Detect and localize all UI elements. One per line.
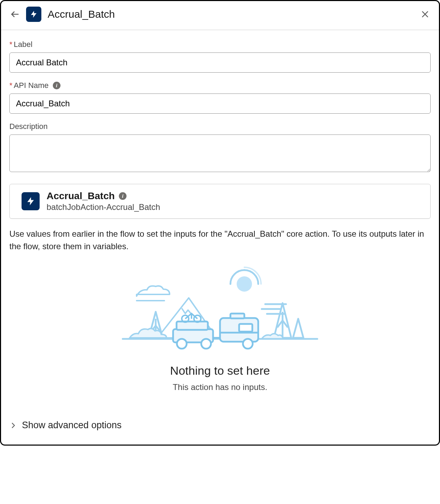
action-card-subtitle: batchJobAction-Accrual_Batch bbox=[47, 202, 160, 212]
label-field-label: * Label bbox=[9, 40, 431, 49]
api-name-input[interactable] bbox=[9, 94, 431, 114]
action-card-icon bbox=[22, 192, 40, 210]
required-asterisk: * bbox=[9, 81, 13, 90]
dialog-window: Accrual_Batch * Label * API Name i bbox=[0, 0, 440, 446]
advanced-options-label: Show advanced options bbox=[22, 420, 122, 431]
empty-illustration-icon bbox=[116, 263, 324, 357]
action-card-title: Accrual_Batch bbox=[47, 190, 115, 202]
svg-point-15 bbox=[201, 339, 211, 349]
dialog-header: Accrual_Batch bbox=[1, 1, 439, 30]
close-icon bbox=[421, 10, 430, 19]
svg-rect-13 bbox=[177, 322, 208, 330]
action-icon-badge bbox=[26, 7, 41, 22]
label-text: Label bbox=[14, 40, 33, 49]
back-button[interactable] bbox=[9, 8, 21, 21]
helper-text: Use values from earlier in the flow to s… bbox=[9, 228, 431, 253]
description-field: Description bbox=[9, 122, 431, 173]
chevron-right-icon bbox=[9, 422, 17, 429]
dialog-body: * Label * API Name i Description bbox=[1, 30, 439, 445]
empty-state-title: Nothing to set here bbox=[9, 364, 431, 377]
empty-state-subtitle: This action has no inputs. bbox=[9, 382, 431, 392]
svg-rect-20 bbox=[239, 324, 252, 332]
dialog-title: Accrual_Batch bbox=[48, 8, 419, 20]
arrow-left-icon bbox=[10, 9, 20, 19]
description-field-label: Description bbox=[9, 122, 431, 131]
svg-rect-19 bbox=[230, 314, 244, 318]
description-text: Description bbox=[9, 122, 48, 131]
api-name-field: * API Name i bbox=[9, 81, 431, 114]
advanced-options-toggle[interactable]: Show advanced options bbox=[9, 420, 431, 431]
api-name-text: API Name bbox=[14, 81, 49, 90]
label-input[interactable] bbox=[9, 52, 431, 73]
required-asterisk: * bbox=[9, 40, 13, 49]
svg-point-3 bbox=[237, 276, 252, 292]
svg-point-23 bbox=[243, 339, 253, 349]
lightning-icon bbox=[26, 196, 35, 206]
info-icon[interactable]: i bbox=[119, 192, 127, 200]
svg-point-14 bbox=[177, 339, 187, 349]
action-card: Accrual_Batch i batchJobAction-Accrual_B… bbox=[9, 184, 431, 219]
lightning-icon bbox=[30, 10, 38, 18]
label-field: * Label bbox=[9, 40, 431, 73]
api-name-field-label: * API Name i bbox=[9, 81, 431, 90]
close-button[interactable] bbox=[419, 8, 431, 21]
empty-state: Nothing to set here This action has no i… bbox=[9, 263, 431, 392]
action-card-text: Accrual_Batch i batchJobAction-Accrual_B… bbox=[47, 190, 160, 212]
info-icon[interactable]: i bbox=[53, 82, 60, 89]
description-input[interactable] bbox=[9, 135, 431, 172]
